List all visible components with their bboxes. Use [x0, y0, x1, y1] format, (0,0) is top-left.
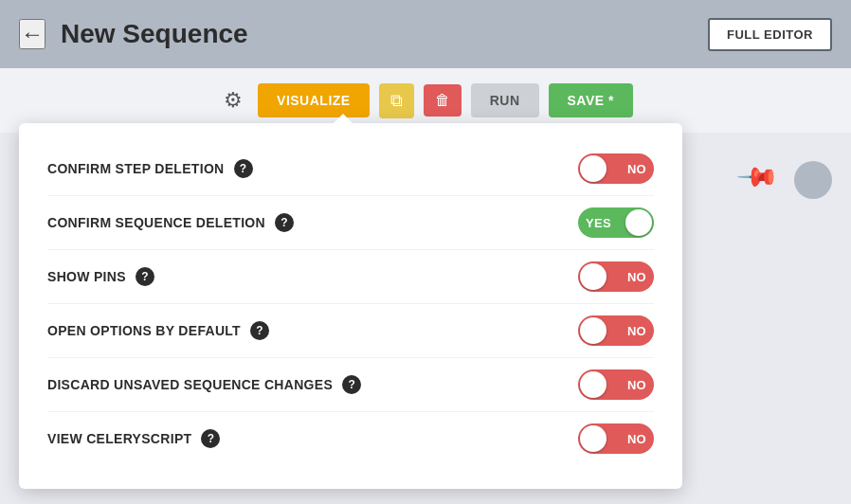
label-group-open-options-by-default: OPEN OPTIONS BY DEFAULT ?	[47, 321, 269, 340]
circle-decoration	[794, 161, 832, 199]
copy-icon: ⧉	[390, 91, 403, 110]
toggle-knob	[580, 155, 607, 182]
toggle-yes-label: YES	[586, 216, 611, 230]
copy-button[interactable]: ⧉	[379, 83, 414, 118]
setting-row-confirm-step-deletion: CONFIRM STEP DELETION ? NO	[47, 142, 654, 196]
label-group-confirm-sequence-deletion: CONFIRM SEQUENCE DELETION ?	[47, 213, 294, 232]
discard-unsaved-sequence-changes-help-icon[interactable]: ?	[342, 375, 361, 394]
open-options-by-default-toggle[interactable]: NO	[578, 315, 654, 346]
page-title: New Sequence	[61, 19, 248, 49]
back-button[interactable]: ←	[19, 19, 45, 49]
label-group-show-pins: SHOW PINS ?	[47, 267, 154, 286]
confirm-sequence-deletion-help-icon[interactable]: ?	[275, 213, 294, 232]
setting-row-show-pins: SHOW PINS ? NO	[47, 250, 654, 304]
save-button[interactable]: SAVE *	[549, 83, 633, 117]
confirm-step-deletion-label: CONFIRM STEP DELETION	[47, 161, 225, 176]
toggle-knob	[580, 371, 607, 398]
right-panel: 📌	[680, 133, 851, 504]
toggle-knob	[580, 425, 607, 452]
toggle-no-label: NO	[627, 432, 646, 446]
toggle-knob	[625, 209, 652, 236]
label-group-view-celeryscript: VIEW CELERYSCRIPT ?	[47, 429, 220, 448]
full-editor-button[interactable]: FULL EDITOR	[708, 18, 832, 51]
setting-row-confirm-sequence-deletion: CONFIRM SEQUENCE DELETION ? YES	[47, 196, 654, 250]
setting-row-discard-unsaved-sequence-changes: DISCARD UNSAVED SEQUENCE CHANGES ? NO	[47, 358, 654, 412]
show-pins-help-icon[interactable]: ?	[136, 267, 154, 286]
confirm-sequence-deletion-toggle[interactable]: YES	[578, 207, 654, 238]
label-group-confirm-step-deletion: CONFIRM STEP DELETION ?	[47, 159, 253, 178]
toggle-no-label: NO	[627, 324, 646, 338]
confirm-sequence-deletion-label: CONFIRM SEQUENCE DELETION	[47, 215, 265, 230]
header: ← New Sequence FULL EDITOR	[0, 0, 851, 68]
pin-icon: 📌	[735, 153, 781, 199]
header-left: ← New Sequence	[19, 19, 248, 49]
toggle-knob	[580, 263, 607, 290]
setting-row-open-options-by-default: OPEN OPTIONS BY DEFAULT ? NO	[47, 304, 654, 358]
confirm-step-deletion-toggle[interactable]: NO	[578, 153, 654, 184]
settings-panel: CONFIRM STEP DELETION ? NO CONFIRM SEQUE…	[19, 123, 682, 489]
view-celeryscript-help-icon[interactable]: ?	[201, 429, 220, 448]
toggle-no-label: NO	[627, 378, 646, 392]
toggle-no-label: NO	[627, 162, 646, 176]
discard-unsaved-sequence-changes-toggle[interactable]: NO	[578, 369, 654, 400]
visualize-button[interactable]: VISUALIZE	[258, 83, 370, 117]
delete-button[interactable]: 🗑	[424, 84, 462, 117]
show-pins-label: SHOW PINS	[47, 269, 126, 284]
run-button[interactable]: RUN	[471, 83, 539, 117]
discard-unsaved-sequence-changes-label: DISCARD UNSAVED SEQUENCE CHANGES	[47, 377, 333, 392]
gear-button[interactable]: ⚙	[218, 82, 248, 118]
setting-row-view-celeryscript: VIEW CELERYSCRIPT ? NO	[47, 412, 654, 465]
confirm-step-deletion-help-icon[interactable]: ?	[234, 159, 253, 178]
view-celeryscript-label: VIEW CELERYSCRIPT	[47, 431, 191, 446]
show-pins-toggle[interactable]: NO	[578, 261, 654, 292]
toggle-knob	[580, 317, 607, 344]
toggle-no-label: NO	[627, 270, 646, 284]
view-celeryscript-toggle[interactable]: NO	[578, 423, 654, 454]
open-options-by-default-label: OPEN OPTIONS BY DEFAULT	[47, 323, 241, 338]
trash-icon: 🗑	[435, 92, 450, 108]
main-area: CONFIRM STEP DELETION ? NO CONFIRM SEQUE…	[0, 133, 851, 504]
label-group-discard-unsaved-sequence-changes: DISCARD UNSAVED SEQUENCE CHANGES ?	[47, 375, 361, 394]
open-options-by-default-help-icon[interactable]: ?	[250, 321, 269, 340]
